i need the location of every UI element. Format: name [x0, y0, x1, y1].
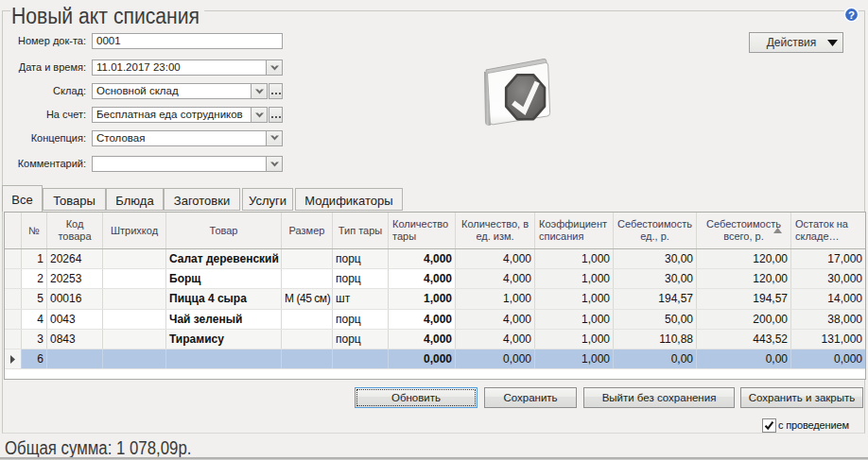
- svg-text:?: ?: [848, 9, 855, 21]
